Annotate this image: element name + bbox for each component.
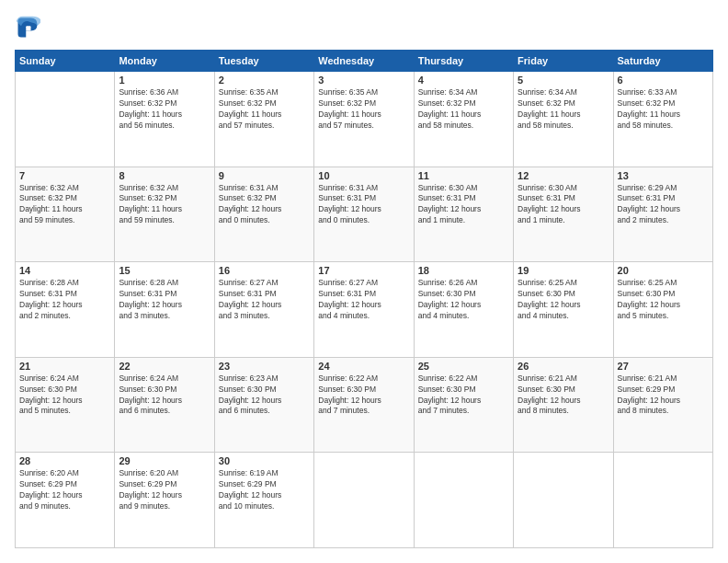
logo (15, 15, 44, 40)
day-info: Sunrise: 6:24 AM Sunset: 6:30 PM Dayligh… (19, 373, 110, 418)
day-number: 12 (518, 170, 609, 181)
calendar-cell: 27Sunrise: 6:21 AM Sunset: 6:29 PM Dayli… (613, 357, 712, 453)
day-info: Sunrise: 6:31 AM Sunset: 6:31 PM Dayligh… (318, 183, 409, 227)
day-info: Sunrise: 6:31 AM Sunset: 6:32 PM Dayligh… (219, 183, 310, 227)
weekday-header: Saturday (613, 51, 712, 72)
day-info: Sunrise: 6:19 AM Sunset: 6:29 PM Dayligh… (219, 468, 310, 512)
day-info: Sunrise: 6:20 AM Sunset: 6:29 PM Dayligh… (119, 468, 210, 512)
day-number: 3 (318, 75, 409, 86)
calendar-cell: 24Sunrise: 6:22 AM Sunset: 6:30 PM Dayli… (314, 357, 414, 453)
day-info: Sunrise: 6:27 AM Sunset: 6:31 PM Dayligh… (318, 278, 409, 322)
calendar-cell: 28Sunrise: 6:20 AM Sunset: 6:29 PM Dayli… (16, 453, 115, 548)
day-info: Sunrise: 6:25 AM Sunset: 6:30 PM Dayligh… (618, 278, 709, 322)
day-info: Sunrise: 6:21 AM Sunset: 6:30 PM Dayligh… (518, 373, 609, 418)
day-number: 23 (219, 361, 310, 372)
day-number: 21 (19, 361, 110, 372)
day-info: Sunrise: 6:26 AM Sunset: 6:30 PM Dayligh… (418, 278, 509, 322)
day-info: Sunrise: 6:35 AM Sunset: 6:32 PM Dayligh… (219, 87, 310, 132)
day-number: 1 (119, 75, 210, 86)
calendar-cell: 23Sunrise: 6:23 AM Sunset: 6:30 PM Dayli… (214, 357, 313, 453)
day-number: 25 (418, 361, 509, 372)
day-info: Sunrise: 6:21 AM Sunset: 6:29 PM Dayligh… (618, 373, 709, 418)
day-number: 20 (618, 265, 709, 276)
day-info: Sunrise: 6:34 AM Sunset: 6:32 PM Dayligh… (418, 87, 509, 132)
calendar-cell (314, 453, 414, 548)
calendar-cell: 3Sunrise: 6:35 AM Sunset: 6:32 PM Daylig… (314, 72, 414, 167)
day-info: Sunrise: 6:32 AM Sunset: 6:32 PM Dayligh… (119, 183, 210, 227)
weekday-header: Thursday (414, 51, 513, 72)
day-info: Sunrise: 6:36 AM Sunset: 6:32 PM Dayligh… (119, 87, 210, 132)
calendar-week-row: 21Sunrise: 6:24 AM Sunset: 6:30 PM Dayli… (16, 357, 713, 453)
calendar-cell: 21Sunrise: 6:24 AM Sunset: 6:30 PM Dayli… (16, 357, 115, 453)
calendar-week-row: 1Sunrise: 6:36 AM Sunset: 6:32 PM Daylig… (16, 72, 713, 167)
day-info: Sunrise: 6:24 AM Sunset: 6:30 PM Dayligh… (119, 373, 210, 418)
calendar-week-row: 28Sunrise: 6:20 AM Sunset: 6:29 PM Dayli… (16, 453, 713, 548)
calendar-cell: 16Sunrise: 6:27 AM Sunset: 6:31 PM Dayli… (214, 262, 313, 358)
day-info: Sunrise: 6:28 AM Sunset: 6:31 PM Dayligh… (119, 278, 210, 322)
day-number: 28 (19, 455, 110, 466)
calendar-table: SundayMondayTuesdayWednesdayThursdayFrid… (15, 50, 713, 548)
day-number: 19 (518, 265, 609, 276)
day-number: 13 (618, 170, 709, 181)
calendar-cell: 25Sunrise: 6:22 AM Sunset: 6:30 PM Dayli… (414, 357, 513, 453)
calendar-cell (414, 453, 513, 548)
day-number: 27 (618, 361, 709, 372)
calendar-cell: 4Sunrise: 6:34 AM Sunset: 6:32 PM Daylig… (414, 72, 513, 167)
day-info: Sunrise: 6:33 AM Sunset: 6:32 PM Dayligh… (618, 87, 709, 132)
svg-rect-1 (26, 26, 30, 30)
calendar-cell: 19Sunrise: 6:25 AM Sunset: 6:30 PM Dayli… (514, 262, 613, 358)
calendar-cell: 22Sunrise: 6:24 AM Sunset: 6:30 PM Dayli… (115, 357, 214, 453)
day-info: Sunrise: 6:30 AM Sunset: 6:31 PM Dayligh… (418, 183, 509, 227)
day-number: 24 (318, 361, 409, 372)
day-number: 6 (618, 75, 709, 86)
day-number: 11 (418, 170, 509, 181)
day-info: Sunrise: 6:32 AM Sunset: 6:32 PM Dayligh… (19, 183, 110, 227)
calendar-cell: 12Sunrise: 6:30 AM Sunset: 6:31 PM Dayli… (514, 167, 613, 262)
day-info: Sunrise: 6:35 AM Sunset: 6:32 PM Dayligh… (318, 87, 409, 132)
calendar-cell: 7Sunrise: 6:32 AM Sunset: 6:32 PM Daylig… (16, 167, 115, 262)
day-number: 2 (219, 75, 310, 86)
day-info: Sunrise: 6:30 AM Sunset: 6:31 PM Dayligh… (518, 183, 609, 227)
calendar-cell: 18Sunrise: 6:26 AM Sunset: 6:30 PM Dayli… (414, 262, 513, 358)
day-info: Sunrise: 6:20 AM Sunset: 6:29 PM Dayligh… (19, 468, 110, 512)
day-info: Sunrise: 6:29 AM Sunset: 6:31 PM Dayligh… (618, 183, 709, 227)
calendar-cell: 11Sunrise: 6:30 AM Sunset: 6:31 PM Dayli… (414, 167, 513, 262)
page: SundayMondayTuesdayWednesdayThursdayFrid… (0, 0, 728, 563)
day-number: 18 (418, 265, 509, 276)
calendar-cell: 15Sunrise: 6:28 AM Sunset: 6:31 PM Dayli… (115, 262, 214, 358)
calendar-header-row: SundayMondayTuesdayWednesdayThursdayFrid… (16, 51, 713, 72)
calendar-cell: 20Sunrise: 6:25 AM Sunset: 6:30 PM Dayli… (613, 262, 712, 358)
day-info: Sunrise: 6:27 AM Sunset: 6:31 PM Dayligh… (219, 278, 310, 322)
weekday-header: Wednesday (314, 51, 414, 72)
day-info: Sunrise: 6:22 AM Sunset: 6:30 PM Dayligh… (418, 373, 509, 418)
weekday-header: Sunday (16, 51, 115, 72)
day-number: 16 (219, 265, 310, 276)
day-number: 17 (318, 265, 409, 276)
calendar-cell (16, 72, 115, 167)
calendar-cell: 30Sunrise: 6:19 AM Sunset: 6:29 PM Dayli… (214, 453, 313, 548)
header (15, 15, 713, 40)
day-number: 14 (19, 265, 110, 276)
day-number: 8 (119, 170, 210, 181)
calendar-cell: 29Sunrise: 6:20 AM Sunset: 6:29 PM Dayli… (115, 453, 214, 548)
calendar-cell: 6Sunrise: 6:33 AM Sunset: 6:32 PM Daylig… (613, 72, 712, 167)
day-info: Sunrise: 6:25 AM Sunset: 6:30 PM Dayligh… (518, 278, 609, 322)
calendar-cell: 17Sunrise: 6:27 AM Sunset: 6:31 PM Dayli… (314, 262, 414, 358)
day-info: Sunrise: 6:23 AM Sunset: 6:30 PM Dayligh… (219, 373, 310, 418)
day-number: 5 (518, 75, 609, 86)
day-number: 30 (219, 455, 310, 466)
calendar-cell: 9Sunrise: 6:31 AM Sunset: 6:32 PM Daylig… (214, 167, 313, 262)
calendar-cell: 10Sunrise: 6:31 AM Sunset: 6:31 PM Dayli… (314, 167, 414, 262)
calendar-cell (514, 453, 613, 548)
calendar-cell (613, 453, 712, 548)
calendar-cell: 13Sunrise: 6:29 AM Sunset: 6:31 PM Dayli… (613, 167, 712, 262)
calendar-cell: 8Sunrise: 6:32 AM Sunset: 6:32 PM Daylig… (115, 167, 214, 262)
day-number: 7 (19, 170, 110, 181)
day-number: 29 (119, 455, 210, 466)
day-number: 15 (119, 265, 210, 276)
logo-icon (15, 15, 40, 40)
day-number: 22 (119, 361, 210, 372)
calendar-cell: 1Sunrise: 6:36 AM Sunset: 6:32 PM Daylig… (115, 72, 214, 167)
calendar-cell: 5Sunrise: 6:34 AM Sunset: 6:32 PM Daylig… (514, 72, 613, 167)
weekday-header: Monday (115, 51, 214, 72)
